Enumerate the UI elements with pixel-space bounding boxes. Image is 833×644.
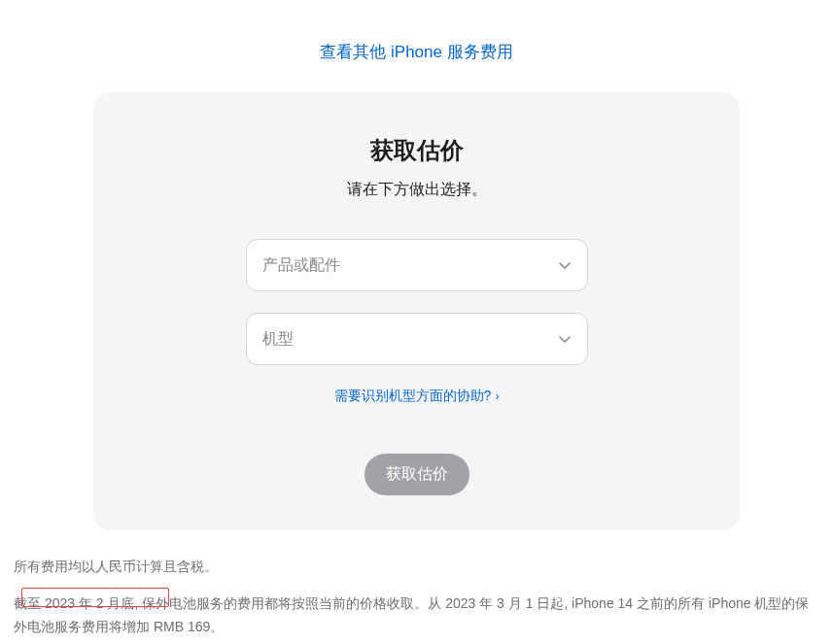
estimate-card: 获取估价 请在下方做出选择。 产品或配件 机型 需要识别机型方面的协助?› bbox=[93, 92, 740, 530]
footnotes: 所有费用均以人民币计算且含税。 截至 2023 年 2 月底, 保外电池服务的费… bbox=[12, 556, 821, 638]
chevron-down-icon bbox=[558, 332, 572, 346]
footnote-line-2: 截至 2023 年 2 月底, 保外电池服务的费用都将按照当前的价格收取。从 2… bbox=[14, 593, 819, 639]
view-other-fees-link[interactable]: 查看其他 iPhone 服务费用 bbox=[320, 43, 512, 61]
model-select[interactable]: 机型 bbox=[246, 313, 588, 365]
product-select[interactable]: 产品或配件 bbox=[246, 239, 588, 291]
identify-model-help-link[interactable]: 需要识别机型方面的协助?› bbox=[334, 388, 500, 403]
card-title: 获取估价 bbox=[132, 135, 701, 166]
help-link-text: 需要识别机型方面的协助? bbox=[334, 388, 492, 403]
help-link-container: 需要识别机型方面的协助?› bbox=[132, 387, 701, 405]
get-estimate-button[interactable]: 获取估价 bbox=[364, 454, 469, 495]
model-select-wrap: 机型 bbox=[246, 313, 588, 365]
top-link-container: 查看其他 iPhone 服务费用 bbox=[12, 41, 821, 63]
product-select-wrap: 产品或配件 bbox=[246, 239, 588, 291]
chevron-down-icon bbox=[558, 258, 572, 272]
card-subtitle: 请在下方做出选择。 bbox=[132, 180, 701, 200]
model-select-placeholder: 机型 bbox=[262, 329, 294, 350]
chevron-right-icon: › bbox=[495, 390, 499, 403]
product-select-placeholder: 产品或配件 bbox=[262, 255, 340, 276]
footnote-line-1: 所有费用均以人民币计算且含税。 bbox=[14, 556, 819, 579]
